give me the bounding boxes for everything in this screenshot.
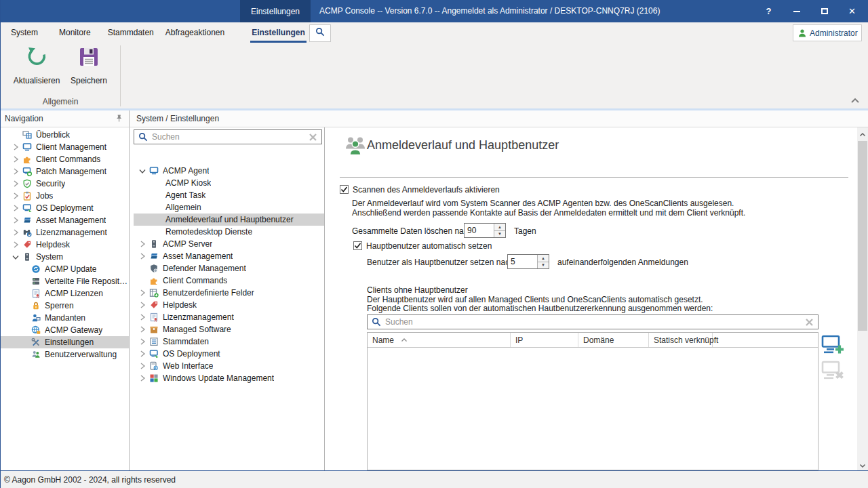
chevron-right-icon[interactable] [136,252,149,260]
settings-item-client-commands[interactable]: Client Commands [134,274,324,287]
tree-item-label: Helpdesk [36,240,70,249]
settings-item-managed-software[interactable]: Managed Software [134,323,324,336]
nav-item-acmp-lizenzen[interactable]: ACMP Lizenzen [1,287,129,300]
settings-item-asset-management[interactable]: Asset Management [134,250,324,262]
column-header-ip[interactable]: IP [511,333,578,347]
settings-item-anmeldeverlauf-und-hauptbenutzer[interactable]: Anmeldeverlauf und Hauptbenutzer [134,214,324,226]
delete-days-stepper[interactable]: ▲ ▼ [464,223,506,238]
nav-item-sperren[interactable]: Sperren [1,300,129,312]
settings-search[interactable] [134,129,322,144]
chevron-right-icon[interactable] [9,228,22,237]
nav-item-os-deployment[interactable]: OS Deployment [1,202,129,214]
menu-item-stammdaten[interactable]: Stammdaten [106,22,155,43]
chevron-right-icon[interactable] [136,338,149,346]
help-button[interactable]: ? [755,0,783,22]
stepper-down-button[interactable]: ▼ [494,230,505,238]
minimize-button[interactable] [783,0,810,22]
remove-client-button[interactable] [821,361,846,385]
chevron-right-icon[interactable] [136,350,149,358]
nav-item-client-management[interactable]: Client Management [1,141,129,153]
chevron-down-icon[interactable] [9,253,22,261]
menu-item-monitore[interactable]: Monitore [58,22,92,43]
nav-item-asset-management[interactable]: Asset Management [1,214,129,226]
stepper-up-button[interactable]: ▲ [494,224,505,230]
column-header-name[interactable]: Name [368,333,511,347]
column-header-statisch-verknüpft[interactable]: Statisch verknüpft [649,333,713,347]
mainuser-count-input[interactable] [508,255,537,268]
menu-item-abfrageaktionen[interactable]: Abfrageaktionen [164,22,226,43]
scroll-down-button[interactable] [857,459,868,470]
stepper-up-button[interactable]: ▲ [538,255,549,262]
clear-search-icon[interactable] [805,318,814,327]
stepper-down-button[interactable]: ▼ [538,262,549,269]
chevron-right-icon[interactable] [9,204,22,212]
settings-item-acmp-agent[interactable]: ACMP Agent [134,165,324,177]
menu-search-button[interactable] [309,24,331,42]
nav-item-helpdesk[interactable]: Helpdesk [1,239,129,251]
settings-item-lizenzmanagement[interactable]: Lizenzmanagement [134,311,324,323]
settings-item-remotedesktop-dienste[interactable]: Remotedesktop Dienste [134,226,324,238]
tree-item-label: Agent Task [165,190,205,200]
settings-item-acmp-kiosk[interactable]: ACMP Kiosk [134,177,324,189]
scrollbar-thumb[interactable] [858,141,867,331]
chevron-right-icon[interactable] [136,313,149,321]
nav-item-acmp-update[interactable]: ACMP Update [1,263,129,275]
nav-item-client-commands[interactable]: Client Commands [1,153,129,165]
chevron-right-icon[interactable] [136,374,149,382]
chevron-right-icon[interactable] [9,167,22,176]
titlebar-active-tab[interactable]: Einstellungen [240,0,311,22]
close-button[interactable]: ✕ [838,0,866,22]
settings-item-web-interface[interactable]: Web Interface [134,360,324,372]
settings-item-agent-task[interactable]: Agent Task [134,189,324,201]
settings-item-allgemein[interactable]: Allgemein [134,201,324,214]
column-header-domäne[interactable]: Domäne [578,333,649,347]
chevron-right-icon[interactable] [9,241,22,249]
nav-item-einstellungen[interactable]: Einstellungen [1,336,129,348]
pin-icon[interactable] [115,114,123,125]
settings-item-helpdesk[interactable]: Helpdesk [134,299,324,311]
clients-search-input[interactable] [384,317,805,327]
menu-item-system[interactable]: System [9,22,39,43]
chevron-right-icon[interactable] [9,216,22,224]
vertical-scrollbar[interactable] [857,127,868,470]
nav-item-mandanten[interactable]: Mandanten [1,312,129,324]
settings-item-os-deployment[interactable]: OS Deployment [134,348,324,360]
chevron-right-icon[interactable] [136,325,149,333]
add-client-button[interactable] [821,335,846,359]
scan-login-history-checkbox[interactable] [340,185,349,194]
auto-mainuser-checkbox[interactable] [353,241,362,250]
settings-item-benutzerdefinierte-felder[interactable]: Benutzerdefinierte Felder [134,287,324,299]
chevron-right-icon[interactable] [9,192,22,200]
nav-item-überblick[interactable]: Überblick [1,129,129,141]
nav-item-lizenzmanagement[interactable]: Lizenzmanagement [1,226,129,239]
user-badge[interactable]: Administrator [793,24,862,41]
nav-item-jobs[interactable]: Jobs [1,190,129,202]
nav-item-patch-management[interactable]: Patch Management [1,165,129,178]
nav-item-acmp-gateway[interactable]: ACMP Gateway [1,324,129,336]
clients-search[interactable] [367,314,818,329]
settings-item-stammdaten[interactable]: Stammdaten [134,336,324,348]
settings-item-acmp-server[interactable]: ACMP Server [134,238,324,250]
settings-item-windows-update-management[interactable]: Windows Update Management [134,372,324,384]
ribbon-collapse-button[interactable] [847,95,863,106]
chevron-right-icon[interactable] [136,301,149,309]
mainuser-count-stepper[interactable]: ▲ ▼ [507,254,549,269]
settings-item-defender-management[interactable]: Defender Management [134,262,324,274]
nav-item-verteilte-file-reposito-[interactable]: Verteilte File Reposito... [1,275,129,287]
nav-item-security[interactable]: Security [1,178,129,190]
nav-item-system[interactable]: System [1,251,129,263]
settings-search-input[interactable] [151,131,309,142]
chevron-right-icon[interactable] [9,180,22,188]
maximize-button[interactable] [810,0,838,22]
chevron-right-icon[interactable] [9,143,22,151]
delete-days-input[interactable] [465,224,494,237]
nav-item-benutzerverwaltung[interactable]: Benutzerverwaltung [1,348,129,361]
chevron-right-icon[interactable] [136,240,149,248]
chevron-down-icon[interactable] [136,167,149,175]
menu-item-einstellungen[interactable]: Einstellungen [250,22,307,43]
chevron-right-icon[interactable] [136,362,149,370]
scroll-up-button[interactable] [857,127,868,139]
chevron-right-icon[interactable] [9,155,22,163]
chevron-right-icon[interactable] [136,289,149,297]
clear-search-icon[interactable] [309,133,317,142]
